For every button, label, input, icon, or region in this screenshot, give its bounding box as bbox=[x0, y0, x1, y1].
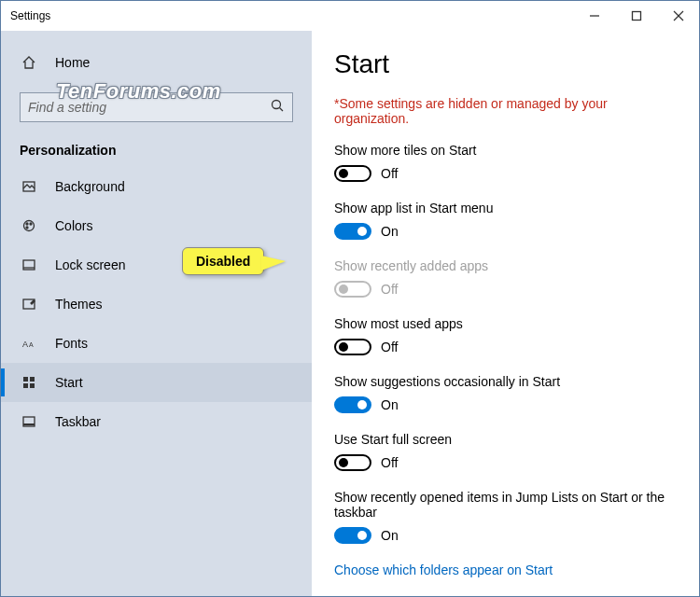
setting-row: Show recently opened items in Jump Lists… bbox=[334, 490, 677, 544]
background-icon bbox=[20, 179, 38, 194]
sidebar-item-label: Colors bbox=[55, 218, 92, 233]
colors-icon bbox=[20, 218, 38, 233]
toggle-knob-icon bbox=[339, 458, 348, 467]
setting-label: Show suggestions occasionally in Start bbox=[334, 374, 677, 389]
toggle-knob-icon bbox=[357, 400, 367, 410]
policy-warning: *Some settings are hidden or managed by … bbox=[334, 96, 677, 126]
fonts-icon: AA bbox=[20, 336, 38, 351]
window-body: Home Personalization BackgroundColorsLoc… bbox=[1, 31, 699, 596]
toggle-switch bbox=[334, 281, 371, 298]
svg-rect-18 bbox=[23, 383, 28, 388]
toggle-knob-icon bbox=[339, 169, 348, 178]
section-heading: Personalization bbox=[1, 132, 312, 167]
lockscreen-icon bbox=[20, 257, 38, 272]
sidebar-item-label: Start bbox=[55, 375, 83, 390]
toggle-state-label: Off bbox=[381, 455, 398, 470]
toggle-row: On bbox=[334, 223, 677, 240]
sidebar-item-background[interactable]: Background bbox=[1, 167, 312, 206]
setting-row: Show most used appsOff bbox=[334, 316, 677, 355]
toggle-switch[interactable] bbox=[334, 396, 371, 413]
toggle-switch[interactable] bbox=[334, 165, 371, 182]
toggle-row: On bbox=[334, 527, 677, 544]
setting-row: Show suggestions occasionally in StartOn bbox=[334, 374, 677, 413]
setting-label: Show recently added apps bbox=[334, 258, 677, 273]
setting-row: Use Start full screenOff bbox=[334, 432, 677, 471]
svg-point-4 bbox=[273, 101, 281, 109]
sidebar-item-taskbar[interactable]: Taskbar bbox=[1, 402, 312, 441]
titlebar: Settings bbox=[1, 1, 699, 31]
toggle-row: Off bbox=[334, 281, 677, 298]
themes-icon bbox=[20, 297, 38, 312]
sidebar: Home Personalization BackgroundColorsLoc… bbox=[1, 31, 312, 596]
toggle-row: Off bbox=[334, 165, 677, 182]
maximize-button[interactable] bbox=[615, 1, 657, 31]
sidebar-item-label: Fonts bbox=[55, 336, 88, 351]
toggle-row: Off bbox=[334, 339, 677, 355]
sidebar-item-label: Taskbar bbox=[55, 414, 101, 429]
footer-link[interactable]: Choose which folders appear on Start bbox=[334, 562, 677, 577]
search-box[interactable] bbox=[20, 92, 293, 122]
sidebar-item-fonts[interactable]: AAFonts bbox=[1, 324, 312, 363]
search-icon bbox=[270, 98, 285, 117]
svg-rect-17 bbox=[30, 377, 35, 382]
toggle-state-label: Off bbox=[381, 166, 398, 181]
svg-line-5 bbox=[280, 108, 284, 112]
svg-text:A: A bbox=[29, 341, 34, 348]
svg-rect-1 bbox=[632, 12, 640, 21]
svg-point-7 bbox=[24, 221, 35, 231]
toggle-state-label: Off bbox=[381, 282, 398, 297]
nav-list: BackgroundColorsLock screenThemesAAFonts… bbox=[1, 167, 312, 441]
setting-label: Show most used apps bbox=[334, 316, 677, 331]
home-icon bbox=[20, 55, 38, 70]
setting-label: Use Start full screen bbox=[334, 432, 677, 447]
toggle-state-label: On bbox=[381, 528, 399, 543]
toggle-row: Off bbox=[334, 454, 677, 471]
sidebar-item-label: Background bbox=[55, 179, 125, 194]
content-pane: Start *Some settings are hidden or manag… bbox=[312, 31, 699, 596]
taskbar-icon bbox=[20, 414, 38, 429]
home-nav[interactable]: Home bbox=[1, 48, 312, 77]
svg-rect-16 bbox=[23, 377, 28, 382]
page-title: Start bbox=[334, 49, 677, 79]
setting-label: Show more tiles on Start bbox=[334, 143, 677, 158]
sidebar-item-themes[interactable]: Themes bbox=[1, 285, 312, 324]
toggle-state-label: On bbox=[381, 397, 399, 412]
minimize-button[interactable] bbox=[573, 1, 615, 31]
sidebar-item-colors[interactable]: Colors bbox=[1, 206, 312, 245]
toggle-knob-icon bbox=[339, 342, 348, 352]
window-controls bbox=[573, 1, 699, 31]
toggle-switch[interactable] bbox=[334, 223, 371, 240]
setting-label: Show app list in Start menu bbox=[334, 201, 677, 215]
start-icon bbox=[20, 375, 38, 390]
setting-row: Show more tiles on StartOff bbox=[334, 143, 677, 182]
setting-row: Show recently added appsOff bbox=[334, 258, 677, 298]
toggle-knob-icon bbox=[339, 285, 348, 294]
search-input[interactable] bbox=[28, 100, 270, 115]
setting-row: Show app list in Start menuOn bbox=[334, 201, 677, 240]
svg-point-10 bbox=[26, 227, 28, 229]
sidebar-item-label: Themes bbox=[55, 297, 103, 312]
settings-window: Settings Home Personalization Backgrou bbox=[0, 0, 700, 597]
toggle-state-label: On bbox=[381, 224, 399, 239]
toggle-state-label: Off bbox=[381, 340, 398, 354]
toggle-knob-icon bbox=[357, 531, 367, 540]
home-label: Home bbox=[55, 55, 90, 70]
close-button[interactable] bbox=[657, 1, 699, 31]
svg-rect-19 bbox=[30, 383, 35, 388]
toggle-switch[interactable] bbox=[334, 339, 371, 355]
toggle-row: On bbox=[334, 396, 677, 413]
sidebar-item-lock-screen[interactable]: Lock screen bbox=[1, 245, 312, 285]
svg-point-8 bbox=[26, 223, 28, 225]
toggle-knob-icon bbox=[357, 227, 367, 236]
window-title: Settings bbox=[10, 9, 50, 22]
toggle-switch[interactable] bbox=[334, 454, 371, 471]
settings-list: Show more tiles on StartOffShow app list… bbox=[334, 143, 677, 544]
setting-label: Show recently opened items in Jump Lists… bbox=[334, 490, 677, 520]
toggle-switch[interactable] bbox=[334, 527, 371, 544]
svg-text:A: A bbox=[22, 340, 28, 349]
sidebar-item-label: Lock screen bbox=[55, 257, 125, 272]
svg-point-9 bbox=[30, 223, 32, 225]
sidebar-item-start[interactable]: Start bbox=[1, 363, 312, 402]
